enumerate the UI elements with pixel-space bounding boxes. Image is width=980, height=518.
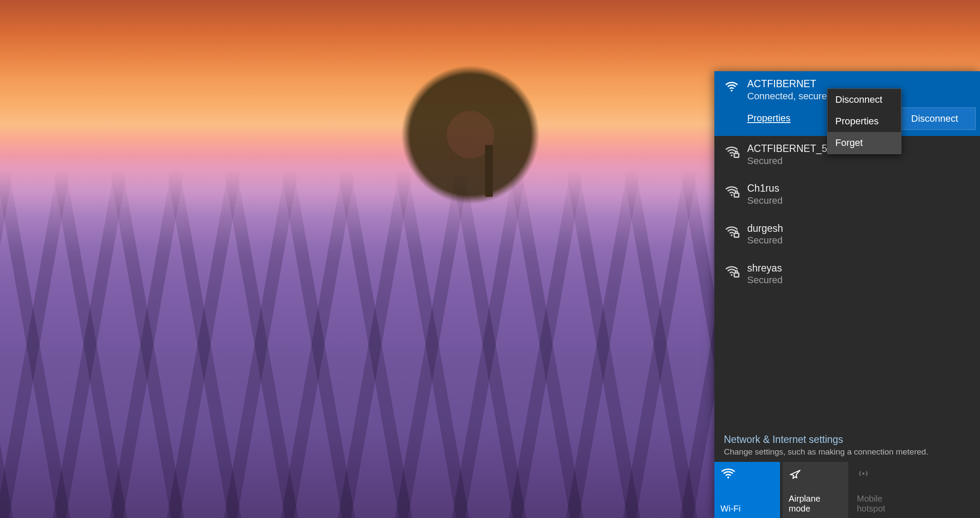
airplane-tile-label: Airplane mode [789,494,842,514]
svg-point-5 [731,234,733,236]
wifi-secured-icon [724,224,739,239]
network-settings-subtitle: Change settings, such as making a connec… [724,447,970,457]
context-menu-properties[interactable]: Properties [828,111,901,132]
mobile-hotspot-tile: Mobile hotspot [851,462,917,518]
network-flyout-panel: ACTFIBERNET Connected, secured Propertie… [714,71,980,518]
svg-point-1 [731,155,733,156]
hotspot-icon [857,467,910,482]
network-settings-link[interactable]: Network & Internet settings [724,434,970,445]
wifi-secured-icon [724,183,739,199]
svg-rect-8 [734,273,739,277]
svg-rect-4 [734,193,739,197]
wifi-tile-label: Wi-Fi [720,504,774,514]
svg-point-3 [731,194,733,196]
network-settings-section: Network & Internet settings Change setti… [714,428,980,462]
wifi-secured-icon [724,144,739,159]
network-item[interactable]: Ch1rus Secured [714,176,980,215]
airplane-icon [789,467,842,482]
disconnect-button-label: Disconnect [911,113,958,124]
wifi-tile[interactable]: Wi-Fi [714,462,780,518]
svg-rect-6 [734,233,739,237]
wifi-icon [720,467,774,482]
network-name: Ch1rus [747,183,970,195]
context-menu-forget[interactable]: Forget [828,132,901,154]
network-item[interactable]: durgesh Secured [714,216,980,256]
network-name: shreyas [747,262,970,275]
hotspot-tile-label: Mobile hotspot [857,494,910,514]
properties-link[interactable]: Properties [747,113,790,124]
network-item-connected[interactable]: ACTFIBERNET Connected, secured Propertie… [714,71,980,136]
network-status: Secured [747,195,970,207]
network-status: Secured [747,274,970,287]
network-status: Secured [747,155,970,167]
network-item[interactable]: shreyas Secured [714,256,980,295]
svg-point-7 [731,274,733,276]
disconnect-button[interactable]: Disconnect [894,107,976,130]
network-status: Secured [747,234,970,247]
airplane-mode-tile[interactable]: Airplane mode [783,462,848,518]
quick-actions-row: Wi-Fi Airplane mode Mobile hotspot [714,462,980,518]
network-context-menu: Disconnect Properties Forget [827,88,901,154]
wifi-icon [724,79,739,95]
svg-point-0 [731,90,733,92]
svg-point-9 [727,477,729,479]
wifi-secured-icon [724,263,739,279]
wallpaper-detail [485,145,493,197]
context-menu-disconnect[interactable]: Disconnect [828,89,901,111]
network-name: durgesh [747,223,970,235]
network-list: ACTFIBERNET Connected, secured Propertie… [714,71,980,428]
svg-point-10 [863,473,865,475]
svg-rect-2 [734,154,739,158]
